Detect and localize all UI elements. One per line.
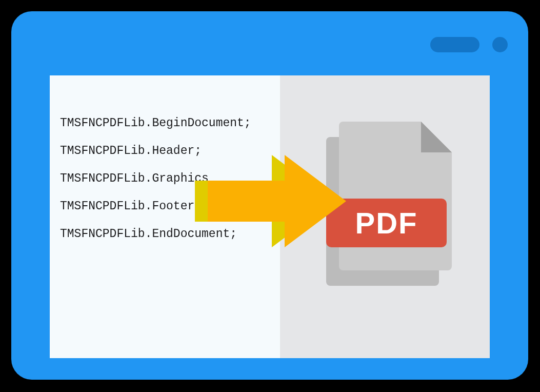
close-control bbox=[492, 37, 508, 52]
minimize-control bbox=[430, 37, 479, 52]
app-window: TMSFNCPDFLib.BeginDocument; TMSFNCPDFLib… bbox=[11, 11, 528, 380]
arrow-main bbox=[208, 155, 346, 247]
window-controls bbox=[430, 37, 508, 52]
code-line: TMSFNCPDFLib.BeginDocument; bbox=[60, 116, 270, 130]
pdf-label: PDF bbox=[355, 206, 418, 240]
arrow-icon bbox=[190, 150, 344, 252]
